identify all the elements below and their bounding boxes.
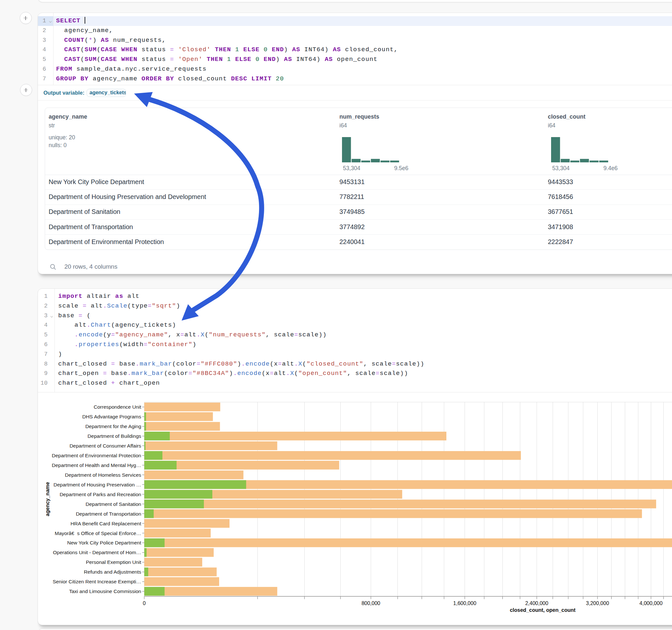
svg-text:Department of Homeless Service: Department of Homeless Services bbox=[65, 472, 141, 478]
svg-text:Department for the Aging: Department for the Aging bbox=[85, 423, 141, 429]
svg-text:HRA Benefit Card Replacement: HRA Benefit Card Replacement bbox=[71, 521, 142, 526]
svg-text:2,400,000: 2,400,000 bbox=[525, 601, 548, 606]
svg-text:800,000: 800,000 bbox=[361, 601, 380, 606]
svg-text:Refunds and Adjustments: Refunds and Adjustments bbox=[84, 569, 141, 575]
svg-text:Mayorâ€ s Office of Special E: Mayorâ€ s Office of Special Enforce… bbox=[55, 531, 141, 536]
svg-text:0: 0 bbox=[143, 601, 146, 606]
svg-text:Operations Unit - Department o: Operations Unit - Department of Hom… bbox=[53, 550, 141, 555]
svg-text:Taxi and Limousine Commission: Taxi and Limousine Commission bbox=[69, 588, 141, 594]
svg-text:Personal Exemption Unit: Personal Exemption Unit bbox=[86, 559, 141, 565]
svg-text:agency_name: agency_name bbox=[45, 482, 50, 516]
svg-text:DHS Advantage Programs: DHS Advantage Programs bbox=[82, 414, 141, 419]
svg-text:Department of Buildings: Department of Buildings bbox=[88, 433, 141, 439]
svg-text:Department of Health and Menta: Department of Health and Mental Hyg… bbox=[52, 462, 141, 468]
svg-text:3,200,000: 3,200,000 bbox=[586, 601, 609, 606]
svg-text:4,000,000: 4,000,000 bbox=[640, 601, 663, 606]
svg-text:Department of Parks and Recrea: Department of Parks and Recreation bbox=[59, 492, 141, 497]
svg-text:Department of Sanitation: Department of Sanitation bbox=[86, 501, 141, 507]
svg-text:Correspondence Unit: Correspondence Unit bbox=[94, 404, 141, 410]
svg-text:Department of Transportation: Department of Transportation bbox=[76, 511, 141, 516]
svg-text:New York City Police Departmen: New York City Police Department bbox=[67, 540, 141, 546]
svg-text:Department of Consumer Affairs: Department of Consumer Affairs bbox=[69, 443, 141, 449]
svg-text:closed_count, open_count: closed_count, open_count bbox=[510, 607, 576, 613]
svg-text:Senior Citizen Rent Increase E: Senior Citizen Rent Increase Exempti… bbox=[52, 579, 141, 584]
svg-text:Department of Housing Preserva: Department of Housing Preservation … bbox=[53, 482, 141, 487]
svg-text:Department of Environmental Pr: Department of Environmental Protection bbox=[52, 453, 141, 458]
svg-text:1,600,000: 1,600,000 bbox=[453, 601, 476, 606]
